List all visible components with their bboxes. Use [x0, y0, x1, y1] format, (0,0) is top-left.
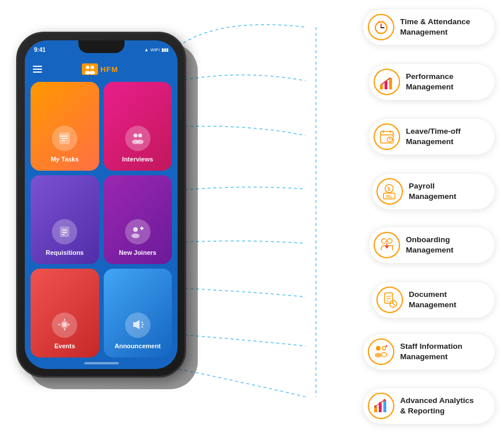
app-header: HFM — [25, 57, 178, 82]
scene: 9:41 ▲WiFi▮▮▮ — [0, 0, 501, 448]
svg-point-19 — [131, 234, 140, 238]
pill-document: DocumentManagement — [371, 281, 495, 318]
status-time: 9:41 — [34, 47, 46, 53]
onboarding-icon — [374, 232, 400, 258]
pill-onboarding: OnboardingManagement — [368, 227, 495, 263]
analytics-icon — [368, 393, 394, 419]
tasks-icon — [52, 126, 77, 151]
logo-text: HFM — [100, 65, 118, 74]
newjoiners-icon — [125, 219, 150, 244]
pill-staff: Staff InformationManagement — [363, 333, 495, 370]
svg-point-10 — [133, 134, 137, 138]
pill-performance: PerformanceManagement — [368, 63, 495, 100]
tile-announcement[interactable]: Announcement — [104, 269, 172, 357]
svg-point-4 — [89, 71, 95, 74]
menu-icon[interactable] — [33, 66, 42, 73]
svg-point-72 — [374, 405, 376, 408]
performance-text: PerformanceManagement — [406, 71, 454, 92]
svg-rect-70 — [379, 403, 382, 412]
time-attendance-icon — [368, 14, 394, 40]
app-grid: My Tasks Interviews — [31, 82, 172, 357]
staff-icon — [368, 338, 394, 365]
events-icon — [52, 313, 77, 338]
svg-text:$: $ — [387, 186, 390, 192]
svg-point-23 — [62, 322, 67, 327]
svg-rect-39 — [389, 78, 392, 89]
status-icons: ▲WiFi▮▮▮ — [144, 47, 168, 52]
svg-rect-14 — [60, 227, 69, 237]
announcement-icon — [125, 313, 150, 338]
leave-text: Leave/Time-offManagement — [406, 126, 461, 146]
app-logo: HFM — [82, 63, 118, 75]
svg-point-18 — [133, 227, 138, 232]
document-text: DocumentManagement — [409, 289, 457, 310]
svg-point-64 — [375, 353, 382, 357]
svg-marker-28 — [133, 320, 140, 329]
requisitions-icon — [52, 219, 77, 244]
svg-point-74 — [383, 399, 386, 401]
svg-point-2 — [91, 66, 94, 69]
tile-interviews[interactable]: Interviews — [104, 82, 172, 171]
staff-text: Staff InformationManagement — [400, 341, 462, 362]
svg-line-62 — [393, 304, 395, 306]
onboarding-text: OnboardingManagement — [406, 235, 454, 255]
tile-newjoiners[interactable]: New Joiners — [104, 175, 172, 264]
time-attendance-text: Time & AttendanceManagement — [400, 17, 470, 37]
pill-leave: Leave/Time-offManagement — [368, 118, 495, 155]
phone-device: 9:41 ▲WiFi▮▮▮ — [16, 32, 186, 378]
svg-point-13 — [137, 140, 144, 144]
home-indicator — [84, 362, 119, 364]
interviews-icon — [125, 126, 150, 151]
svg-rect-37 — [380, 85, 383, 89]
svg-point-73 — [379, 402, 381, 404]
svg-rect-71 — [383, 400, 386, 412]
svg-rect-56 — [385, 293, 393, 303]
newjoiners-label: New Joiners — [119, 249, 156, 256]
tile-events[interactable]: Events — [31, 269, 99, 357]
announcement-label: Announcement — [115, 342, 161, 349]
pill-payroll: $ PayrollManagement — [371, 173, 495, 210]
svg-point-66 — [381, 353, 387, 357]
document-icon — [376, 287, 403, 313]
svg-point-9 — [60, 135, 62, 137]
analytics-text: Advanced Analytics& Reporting — [400, 396, 474, 416]
tasks-label: My Tasks — [51, 156, 79, 163]
events-label: Events — [54, 342, 75, 349]
payroll-text: PayrollManagement — [409, 181, 457, 201]
svg-rect-50 — [383, 193, 395, 199]
svg-point-1 — [86, 66, 89, 69]
leave-icon — [374, 123, 400, 150]
svg-point-65 — [382, 347, 386, 350]
logo-icon — [82, 63, 98, 75]
svg-point-63 — [376, 346, 381, 351]
tile-tasks[interactable]: My Tasks — [31, 82, 99, 171]
pill-time-attendance: Time & AttendanceManagement — [363, 9, 495, 46]
phone-notch — [78, 40, 125, 53]
interviews-label: Interviews — [122, 156, 153, 163]
performance-icon — [374, 69, 400, 95]
payroll-icon: $ — [376, 178, 403, 205]
svg-point-54 — [387, 239, 392, 243]
svg-point-53 — [382, 239, 386, 243]
pill-analytics: Advanced Analytics& Reporting — [363, 387, 495, 424]
requisitions-label: Requisitions — [46, 249, 84, 256]
svg-point-11 — [138, 134, 142, 138]
tile-requisitions[interactable]: Requisitions — [31, 175, 99, 264]
